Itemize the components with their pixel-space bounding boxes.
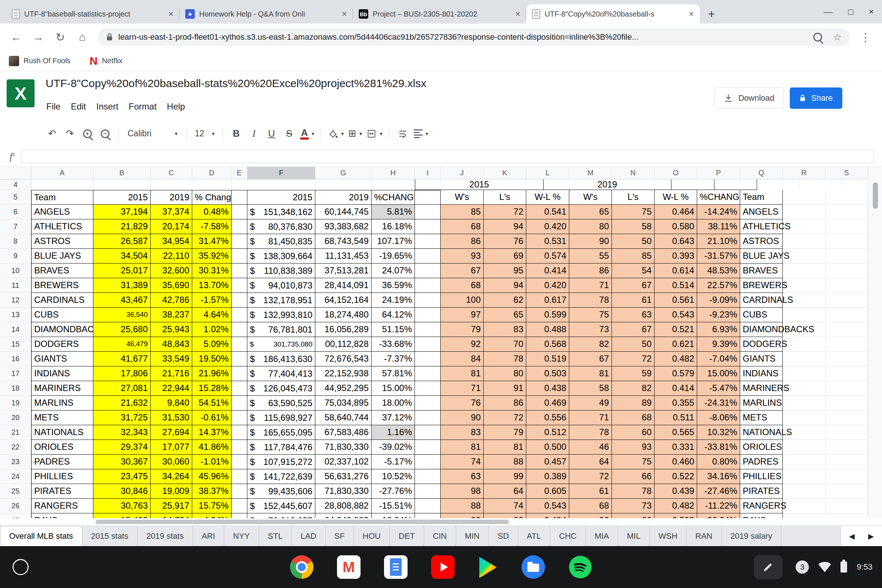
- cell-O21[interactable]: 0.565: [654, 425, 697, 440]
- cell-P16[interactable]: -7.04%: [697, 352, 740, 366]
- cell-S10[interactable]: [825, 264, 868, 278]
- cell-S11[interactable]: [825, 278, 868, 293]
- sheet-tab-wsh[interactable]: WSH: [650, 526, 687, 546]
- sheet-tab-det[interactable]: DET: [390, 526, 424, 546]
- cell-K11[interactable]: 94: [484, 278, 526, 293]
- cell-D20[interactable]: -0.61%: [192, 411, 231, 425]
- cell-C10[interactable]: 32,600: [151, 264, 192, 278]
- cell-H8[interactable]: 107.17%: [372, 234, 415, 249]
- cell-L9[interactable]: 0.574: [526, 249, 569, 264]
- cell-M19[interactable]: 49: [569, 396, 612, 411]
- row-header-12[interactable]: 12: [0, 293, 31, 308]
- cell-D8[interactable]: 31.47%: [192, 234, 231, 249]
- row-header-8[interactable]: 8: [0, 234, 31, 249]
- cell-B22[interactable]: 29,374: [93, 440, 151, 454]
- cell-P12[interactable]: -9.09%: [697, 293, 740, 308]
- cell-M14[interactable]: 73: [569, 322, 612, 337]
- row-header-26[interactable]: 26: [0, 499, 31, 513]
- cell-A12[interactable]: CARDINALS: [31, 293, 93, 308]
- cell-J27[interactable]: 80: [441, 513, 484, 518]
- sheet-tab-mia[interactable]: MIA: [586, 526, 618, 546]
- cell-G22[interactable]: 71,830,330: [315, 440, 372, 454]
- cell-R16[interactable]: [783, 352, 825, 366]
- cell-R22[interactable]: [783, 440, 825, 454]
- back-button[interactable]: ←: [7, 28, 26, 46]
- sheet-tab-stl[interactable]: STL: [259, 526, 292, 546]
- cell-R26[interactable]: [783, 499, 825, 513]
- cell-G25[interactable]: 71,830,330: [315, 484, 372, 499]
- cell-D24[interactable]: 45.96%: [192, 469, 231, 484]
- cell-S12[interactable]: [825, 293, 868, 308]
- cell-D15[interactable]: 5.09%: [192, 337, 231, 352]
- cell-P20[interactable]: -8.06%: [697, 411, 740, 425]
- cell-J13[interactable]: 97: [441, 308, 484, 322]
- cell-A26[interactable]: RANGERS: [31, 499, 93, 513]
- column-header-J[interactable]: J: [441, 167, 484, 179]
- cell-Q8[interactable]: ASTROS: [740, 234, 783, 249]
- cell-D11[interactable]: 13.70%: [192, 278, 231, 293]
- cell-N27[interactable]: 66: [612, 513, 654, 518]
- cell-K13[interactable]: 65: [484, 308, 526, 322]
- cell-O10[interactable]: 0.614: [654, 264, 697, 278]
- cell-G20[interactable]: 58,640,744: [315, 411, 372, 425]
- cell-E6[interactable]: [231, 205, 248, 219]
- cell-A22[interactable]: ORIOLES: [31, 440, 93, 454]
- menu-help[interactable]: Help: [162, 99, 190, 114]
- cell-S9[interactable]: [825, 249, 868, 264]
- header-cell-E5[interactable]: [231, 190, 248, 205]
- cell-D21[interactable]: 14.37%: [192, 425, 231, 440]
- cell-K21[interactable]: 79: [484, 425, 526, 440]
- browser-tab[interactable]: ★Homework Help - Q&A from Onli×: [179, 4, 353, 24]
- cell-C4[interactable]: [151, 179, 192, 190]
- row-header-5[interactable]: 5: [0, 190, 31, 205]
- cell-C26[interactable]: 25,917: [151, 499, 192, 513]
- cell-D19[interactable]: 54.51%: [192, 396, 231, 411]
- cell-O24[interactable]: 0.522: [654, 469, 697, 484]
- text-wrap-button[interactable]: [394, 125, 412, 142]
- cell-F26[interactable]: $152,445,607: [248, 499, 315, 513]
- reload-button[interactable]: ↻: [51, 28, 70, 46]
- cell-S21[interactable]: [825, 425, 868, 440]
- cell-I13[interactable]: [415, 308, 441, 322]
- cell-H26[interactable]: -15.51%: [372, 499, 415, 513]
- cell-G24[interactable]: 56,631,276: [315, 469, 372, 484]
- cell-N13[interactable]: 63: [612, 308, 654, 322]
- cell-F18[interactable]: $126,045,473: [248, 381, 315, 396]
- cell-M16[interactable]: 67: [569, 352, 612, 366]
- cell-Q11[interactable]: BREWERS: [740, 278, 783, 293]
- cell-Q21[interactable]: NATIONALS: [740, 425, 783, 440]
- cell-M8[interactable]: 90: [569, 234, 612, 249]
- cell-P9[interactable]: -31.57%: [697, 249, 740, 264]
- cell-E16[interactable]: [231, 352, 248, 366]
- cell-O27[interactable]: 0.593: [654, 513, 697, 518]
- cell-A20[interactable]: METS: [31, 411, 93, 425]
- cell-N14[interactable]: 67: [612, 322, 654, 337]
- cell-L27[interactable]: 0.494: [526, 513, 569, 518]
- bookmark-netflix[interactable]: N Netflix: [90, 56, 122, 66]
- cell-A19[interactable]: MARLINS: [31, 396, 93, 411]
- cell-J12[interactable]: 100: [441, 293, 484, 308]
- cell-K8[interactable]: 76: [484, 234, 526, 249]
- cell-Q10[interactable]: BRAVES: [740, 264, 783, 278]
- cell-I10[interactable]: [415, 264, 441, 278]
- cell-M17[interactable]: 81: [569, 366, 612, 381]
- cell-Q19[interactable]: MARLINS: [740, 396, 783, 411]
- cell-A27[interactable]: RAYS: [31, 513, 93, 518]
- cell-P6[interactable]: -14.24%: [697, 205, 740, 219]
- cell-A14[interactable]: DIAMONDBACKS: [31, 322, 93, 337]
- cell-F17[interactable]: $77,404,413: [248, 366, 315, 381]
- cell-Q14[interactable]: DIAMONDBACKS: [740, 322, 783, 337]
- sheet-tab-overall-mlb-stats[interactable]: Overall MLB stats: [0, 526, 82, 546]
- cell-B21[interactable]: 32,343: [93, 425, 151, 440]
- cell-C18[interactable]: 22,944: [151, 381, 192, 396]
- cell-C23[interactable]: 30,060: [151, 454, 192, 469]
- header-cell-B5[interactable]: 2015: [93, 190, 151, 205]
- cell-A7[interactable]: ATHLETICS: [31, 219, 93, 234]
- cell-N17[interactable]: 59: [612, 366, 654, 381]
- cell-B20[interactable]: 31,725: [93, 411, 151, 425]
- play-store-icon[interactable]: [478, 556, 498, 579]
- cell-S5[interactable]: [825, 190, 868, 205]
- header-cell-A5[interactable]: Team: [31, 190, 93, 205]
- cell-P21[interactable]: 10.32%: [697, 425, 740, 440]
- cell-H6[interactable]: 5.81%: [372, 205, 415, 219]
